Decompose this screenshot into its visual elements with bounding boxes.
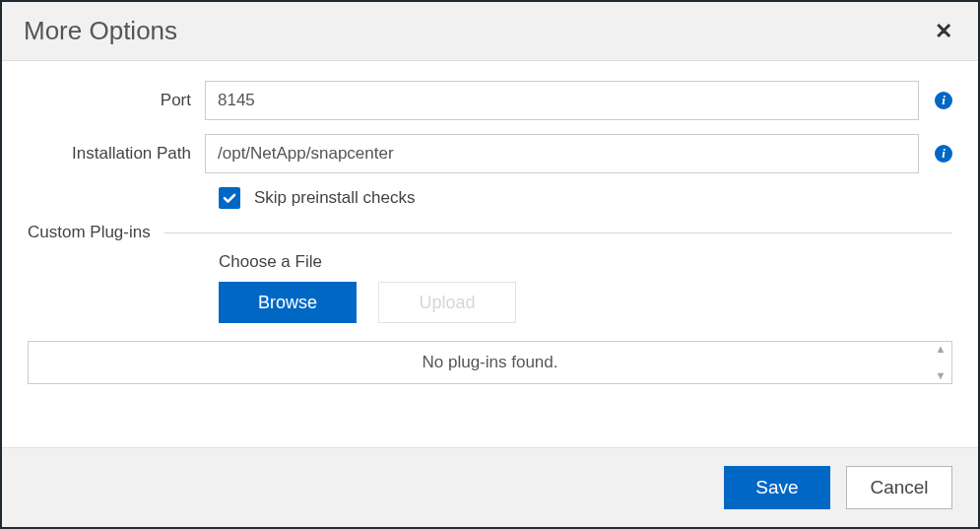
dialog-footer: Save Cancel xyxy=(2,447,978,527)
choose-file-label: Choose a File xyxy=(219,252,952,272)
dialog-body: Port i Installation Path i Skip preinsta… xyxy=(2,61,978,447)
port-input-wrap: i xyxy=(205,81,952,120)
stepper-up-icon[interactable]: ▲ xyxy=(932,344,949,355)
skip-preinstall-checkbox[interactable] xyxy=(219,187,240,209)
port-input[interactable] xyxy=(205,81,919,120)
plugins-list[interactable]: No plug-ins found. ▲ ▼ xyxy=(28,341,952,384)
port-label: Port xyxy=(28,91,205,110)
installation-path-label: Installation Path xyxy=(28,144,205,164)
cancel-button[interactable]: Cancel xyxy=(846,466,952,509)
custom-plugins-section: Custom Plug-ins xyxy=(28,223,952,242)
plugins-stepper: ▲ ▼ xyxy=(932,344,949,381)
upload-button: Upload xyxy=(378,282,516,323)
installation-path-input-wrap: i xyxy=(205,134,952,173)
port-row: Port i xyxy=(28,81,952,120)
info-icon[interactable]: i xyxy=(935,145,952,163)
plugins-empty-text: No plug-ins found. xyxy=(423,353,558,372)
close-icon[interactable]: ✕ xyxy=(931,19,956,44)
skip-preinstall-label: Skip preinstall checks xyxy=(254,188,415,208)
divider xyxy=(164,232,952,233)
save-button[interactable]: Save xyxy=(724,466,830,509)
dialog-header: More Options ✕ xyxy=(2,2,978,61)
installation-path-row: Installation Path i xyxy=(28,134,952,173)
custom-plugins-legend: Custom Plug-ins xyxy=(28,223,164,242)
browse-button[interactable]: Browse xyxy=(219,282,357,323)
dialog-title: More Options xyxy=(24,16,177,46)
skip-preinstall-row: Skip preinstall checks xyxy=(219,187,952,209)
stepper-down-icon[interactable]: ▼ xyxy=(932,370,949,381)
file-button-row: Browse Upload xyxy=(219,282,952,323)
info-icon[interactable]: i xyxy=(935,92,952,109)
more-options-dialog: More Options ✕ Port i Installation Path … xyxy=(0,0,980,529)
check-icon xyxy=(222,190,237,206)
installation-path-input[interactable] xyxy=(205,134,919,173)
